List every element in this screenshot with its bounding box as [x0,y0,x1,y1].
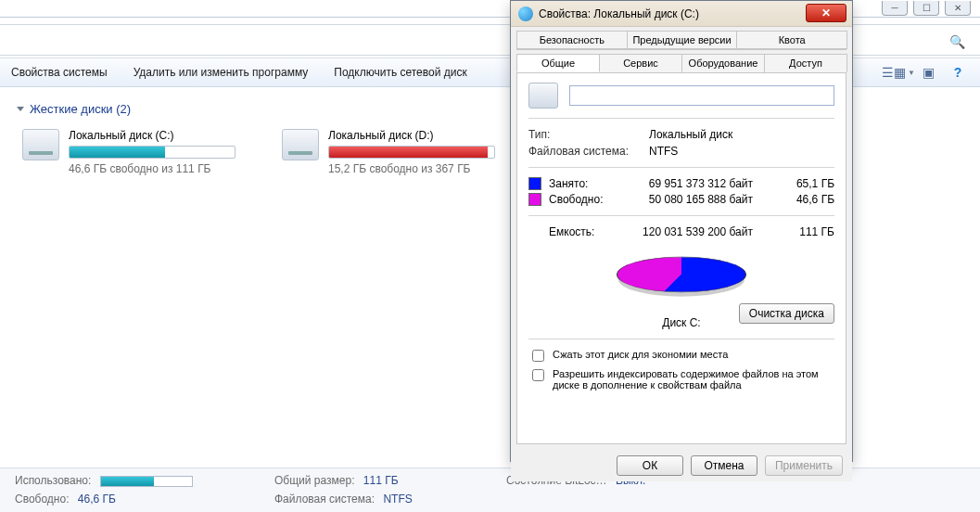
chevron-down-icon [17,107,24,111]
used-label: Занято: [549,177,638,190]
filesystem-value: NTFS [649,145,678,158]
cancel-button[interactable]: Отмена [691,455,757,476]
tab-general[interactable]: Общие [516,54,600,72]
status-size-label: Общий размер: [274,474,354,487]
drive-usage-bar [328,146,495,159]
disk-icon [22,129,59,160]
dialog-title-text: Свойства: Локальный диск (C:) [539,7,699,20]
status-fs-value: NTFS [383,493,412,506]
dialog-close-button[interactable]: ✕ [806,4,846,22]
free-label: Свободно: [549,193,638,206]
pie-label: Диск C: [662,316,700,329]
status-free-label: Свободно: [15,493,70,506]
tab-hardware[interactable]: Оборудование [681,54,765,72]
status-size-value: 111 ГБ [363,474,399,487]
type-label: Тип: [528,128,649,141]
tab-row-front: Общие Сервис Оборудование Доступ [516,54,846,73]
parent-close-button[interactable]: ✕ [945,1,971,16]
capacity-bytes: 120 031 539 200 байт [638,225,753,238]
drive-free-text: 15,2 ГБ свободно из 367 ГБ [328,162,495,175]
drive-free-text: 46,6 ГБ свободно из 111 ГБ [69,162,235,175]
index-checkbox[interactable] [532,369,544,381]
tab-body-general: Тип: Локальный диск Файловая система: NT… [516,73,846,444]
free-swatch [528,193,541,206]
status-free-value: 46,6 ГБ [78,493,116,506]
used-bytes: 69 951 373 312 байт [638,177,753,190]
volume-label-input[interactable] [569,85,834,106]
apply-button[interactable]: Применить [765,455,843,476]
parent-maximize-button[interactable]: ☐ [913,1,939,16]
dialog-titlebar[interactable]: Свойства: Локальный диск (C:) ✕ [511,1,852,27]
drive-usage-fill [70,147,165,158]
cmd-system-properties[interactable]: Свойства системы [11,66,108,79]
drive-item-d[interactable]: Локальный диск (D:) 15,2 ГБ свободно из … [282,129,514,175]
drive-usage-fill [329,147,488,158]
index-label: Разрешить индексировать содержимое файло… [553,368,834,390]
filesystem-label: Файловая система: [528,145,649,158]
ok-button[interactable]: ОК [617,455,683,476]
tab-row-back: Безопасность Предыдущие версии Квота [516,31,846,50]
drive-item-c[interactable]: Локальный диск (C:) 46,6 ГБ свободно из … [22,129,254,175]
tab-previous-versions[interactable]: Предыдущие версии [627,31,738,49]
index-checkbox-row[interactable]: Разрешить индексировать содержимое файло… [528,368,834,390]
usage-pie-chart [617,257,746,293]
tab-sharing[interactable]: Доступ [764,54,847,72]
properties-dialog: Свойства: Локальный диск (C:) ✕ Безопасн… [510,0,853,462]
parent-minimize-button[interactable]: ─ [882,1,908,16]
compress-checkbox[interactable] [532,350,544,362]
drive-usage-bar [69,146,235,159]
free-bytes: 50 080 165 888 байт [638,193,753,206]
help-button[interactable]: ? [947,62,969,83]
drive-icon [518,6,533,21]
drive-name: Локальный диск (C:) [69,129,235,142]
disk-icon [282,129,319,160]
free-gb: 46,6 ГБ [779,193,834,206]
tab-quota[interactable]: Квота [736,31,847,49]
compress-label: Сжать этот диск для экономии места [553,349,728,360]
volume-icon [528,83,558,109]
used-gb: 65,1 ГБ [779,177,834,190]
dialog-button-row: ОК Отмена Применить [511,450,852,481]
preview-pane-button[interactable]: ▣ [917,62,939,83]
cmd-uninstall-program[interactable]: Удалить или изменить программу [134,66,309,79]
status-used-label: Использовано: [15,474,91,487]
status-used-bar [100,476,193,487]
capacity-gb: 111 ГБ [779,225,834,238]
view-mode-button[interactable]: ☰▦▼ [887,62,910,83]
drive-name: Локальный диск (D:) [328,129,495,142]
compress-checkbox-row[interactable]: Сжать этот диск для экономии места [528,349,834,365]
cmd-map-network-drive[interactable]: Подключить сетевой диск [334,66,466,79]
capacity-label: Емкость: [549,225,638,238]
type-value: Локальный диск [649,128,732,141]
disk-cleanup-button[interactable]: Очистка диска [739,303,834,324]
tab-security[interactable]: Безопасность [516,31,628,49]
used-swatch [528,177,541,190]
status-fs-label: Файловая система: [274,493,375,506]
search-icon[interactable]: 🔍 [949,34,965,49]
drives-group-title: Жесткие диски (2) [30,102,131,116]
tab-tools[interactable]: Сервис [599,54,682,72]
